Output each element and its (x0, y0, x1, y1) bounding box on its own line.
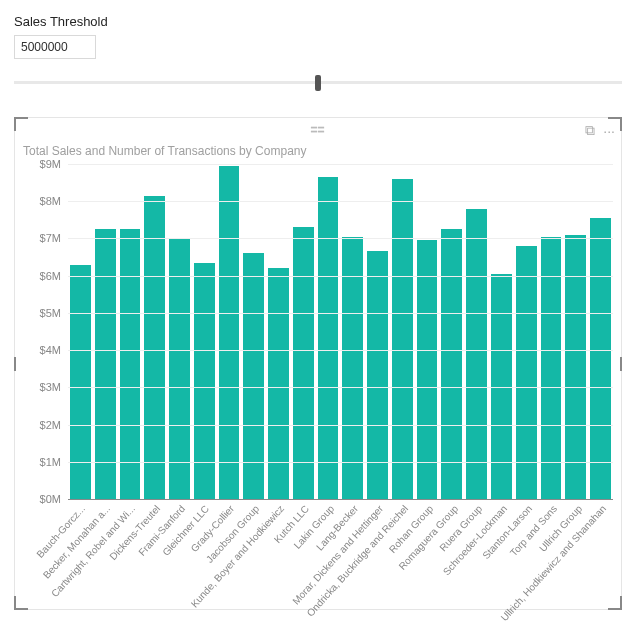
more-options-icon[interactable]: ··· (603, 123, 615, 139)
bar[interactable] (392, 179, 413, 499)
y-tick: $9M (40, 158, 61, 170)
y-tick: $1M (40, 456, 61, 468)
visual-header: ━━━━ ⧉ ··· (15, 118, 621, 142)
sales-threshold-input[interactable] (14, 35, 96, 59)
bar[interactable] (318, 177, 339, 499)
x-tick: Rohan Group (416, 503, 437, 611)
x-tick: Frami-Sanford (168, 503, 189, 611)
drag-handle-icon[interactable]: ━━━━ (310, 126, 326, 134)
bar[interactable] (169, 238, 190, 499)
x-tick: Ullrich, Hodkiewicz and Shanahan (590, 503, 611, 611)
bar[interactable] (565, 235, 586, 499)
bar[interactable] (219, 166, 240, 499)
bar[interactable] (268, 268, 289, 499)
bar[interactable] (70, 265, 91, 500)
y-tick: $2M (40, 419, 61, 431)
chart-title: Total Sales and Number of Transactions b… (15, 142, 621, 164)
x-axis: Bauch-Gorcz...Becker, Monahan a...Cartwr… (67, 499, 613, 611)
x-tick: Kunde, Boyer and Hodkiewicz (268, 503, 289, 611)
bar[interactable] (417, 240, 438, 499)
slider-thumb[interactable] (315, 75, 321, 91)
sales-threshold-label: Sales Threshold (14, 14, 622, 29)
y-tick: $4M (40, 344, 61, 356)
x-tick: Jacobson Group (243, 503, 264, 611)
y-tick: $0M (40, 493, 61, 505)
y-tick: $3M (40, 381, 61, 393)
bar[interactable] (95, 229, 116, 499)
y-tick: $8M (40, 195, 61, 207)
bar[interactable] (466, 209, 487, 499)
bar[interactable] (194, 263, 215, 499)
bar[interactable] (120, 229, 141, 499)
chart-plot: $0M$1M$2M$3M$4M$5M$6M$7M$8M$9M (23, 164, 613, 499)
threshold-slider[interactable] (14, 73, 622, 93)
y-tick: $5M (40, 307, 61, 319)
bar[interactable] (293, 227, 314, 499)
x-tick: Morar, Dickens and Hettinger (367, 503, 388, 611)
bar[interactable] (441, 229, 462, 499)
y-tick: $7M (40, 232, 61, 244)
chart-visual-frame[interactable]: ━━━━ ⧉ ··· Total Sales and Number of Tra… (14, 117, 622, 610)
x-tick: Cartwright, Robel and Wi... (119, 503, 140, 611)
x-tick: Dickens-Treutel (143, 503, 164, 611)
bar[interactable] (590, 218, 611, 499)
y-axis: $0M$1M$2M$3M$4M$5M$6M$7M$8M$9M (23, 164, 65, 499)
focus-mode-icon[interactable]: ⧉ (585, 122, 595, 139)
x-tick: Schroeder-Lockman (491, 503, 512, 611)
x-tick: Ullrich Group (565, 503, 586, 611)
bar[interactable] (144, 196, 165, 499)
y-tick: $6M (40, 270, 61, 282)
chart-grid (67, 164, 613, 499)
